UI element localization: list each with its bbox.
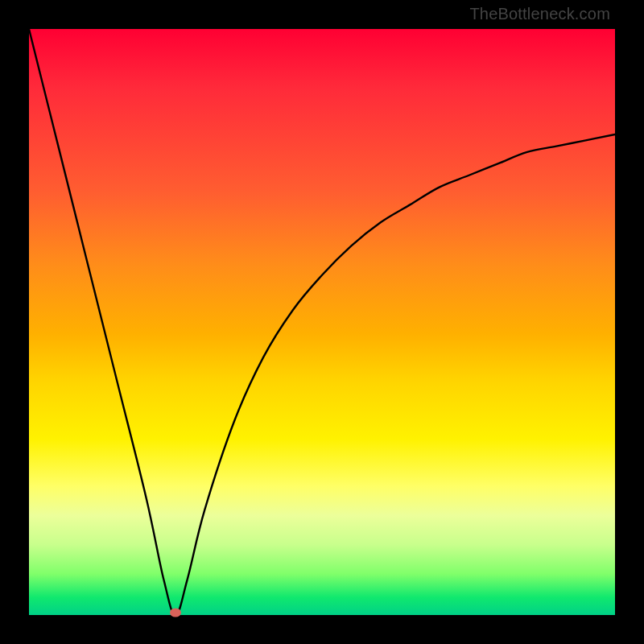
plot-area [29,29,615,615]
minimum-marker [170,609,181,617]
bottleneck-curve [29,29,615,615]
attribution-label: TheBottleneck.com [469,5,610,23]
chart-frame: TheBottleneck.com [0,0,644,644]
